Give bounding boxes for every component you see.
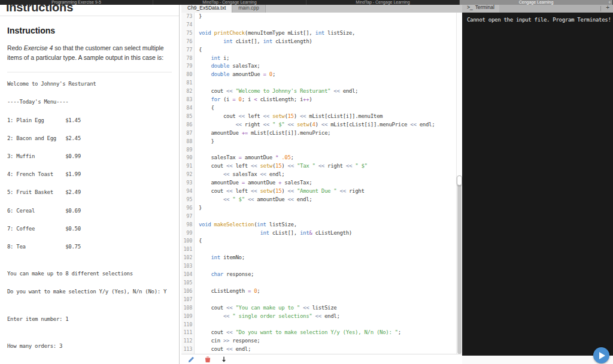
code-line[interactable]: 81: [181, 79, 456, 87]
terminal-tab[interactable]: >_ Terminal: [462, 5, 499, 13]
line-number: 79: [181, 62, 195, 71]
run-button[interactable]: [593, 347, 609, 363]
code-text: }: [195, 204, 202, 213]
code-line[interactable]: 101: [181, 245, 456, 254]
line-number: 75: [181, 29, 195, 38]
code-text: cout << left << setw(15) << "Tax " << ri…: [195, 162, 368, 171]
code-line[interactable]: 84 {: [181, 104, 456, 113]
code-line[interactable]: 97: [181, 213, 456, 221]
code-line[interactable]: 95 << " $" << amountDue << endl;: [181, 196, 456, 204]
line-number: 109: [181, 313, 195, 321]
code-line[interactable]: 86 << right << " $" << setw(4) << mList[…: [181, 121, 456, 129]
instructions-text: Redo Exercise 4 so that the customer can…: [7, 44, 174, 63]
code-text: cin >> response;: [195, 337, 260, 345]
code-line[interactable]: 92 << salesTax << endl;: [181, 171, 456, 179]
code-line[interactable]: 83 for (i = 0; i < cListLength; i++): [181, 96, 456, 104]
code-line[interactable]: 75void printCheck(menuItemType mList[], …: [181, 29, 456, 38]
browser-tab[interactable]: Programming Exercise 9-5: [0, 0, 153, 5]
instructions-panel: Instructions Instructions Redo Exercise …: [0, 5, 180, 364]
editor-file-tab[interactable]: Ch9_Ex5Data.txt: [181, 5, 232, 13]
terminal-tab-bar: >_ Terminal +: [462, 5, 613, 13]
download-arrow-icon[interactable]: [221, 356, 227, 363]
code-line[interactable]: 104 char response;: [181, 271, 456, 279]
code-line[interactable]: 113 cout << endl;: [181, 345, 456, 354]
code-text: [195, 79, 199, 87]
code-line[interactable]: 76 int cList[], int cListLength): [181, 38, 456, 46]
new-tab-icon[interactable]: +: [608, 0, 611, 5]
line-number: 94: [181, 187, 195, 196]
code-line[interactable]: 100{: [181, 237, 456, 245]
line-number: 103: [181, 262, 195, 271]
code-area[interactable]: 73}7475void printCheck(menuItemType mLis…: [181, 13, 456, 354]
edit-pencil-icon[interactable]: [188, 356, 195, 363]
editor-file-tab[interactable]: main.cpp: [232, 5, 266, 13]
code-text: [195, 296, 199, 304]
terminal-output[interactable]: Cannot open the input file. Program Term…: [462, 13, 613, 356]
code-text: [195, 146, 199, 154]
code-text: [195, 245, 199, 254]
browser-tab[interactable]: MindTap - Cengage Learning: [306, 0, 460, 5]
code-text: void printCheck(menuItemType mList[], in…: [195, 29, 355, 38]
line-number: 106: [181, 287, 195, 296]
line-number: 107: [181, 296, 195, 304]
code-text: [195, 321, 199, 329]
code-line[interactable]: 105: [181, 279, 456, 287]
code-line[interactable]: 87 amountDue += mList[cList[i]].menuPric…: [181, 129, 456, 138]
line-number: 84: [181, 104, 195, 113]
line-number: 87: [181, 129, 195, 138]
browser-tab[interactable]: MindTap - Cengage Learning: [153, 0, 306, 5]
line-number: 95: [181, 196, 195, 204]
code-line[interactable]: 79 double salesTax;: [181, 62, 456, 71]
delete-trash-icon[interactable]: [205, 356, 211, 363]
code-line[interactable]: 74: [181, 21, 456, 29]
code-line[interactable]: 108 cout << "You can make up to " << lis…: [181, 304, 456, 313]
code-text: void makeSelection(int listSize,: [195, 221, 297, 229]
terminal-tab-label: Terminal: [475, 5, 494, 13]
code-line[interactable]: 73}: [181, 13, 456, 21]
scrollbar-handle[interactable]: [457, 175, 462, 186]
line-number: 85: [181, 113, 195, 121]
editor-scrollbar[interactable]: [456, 13, 462, 354]
code-line[interactable]: 85 cout << left << setw(15) << mList[cLi…: [181, 113, 456, 121]
scrollbar-thumb[interactable]: [457, 180, 462, 354]
code-line[interactable]: 93 amountDue = amountDue + salesTax;: [181, 179, 456, 187]
line-number: 83: [181, 96, 195, 104]
code-line[interactable]: 94 cout << left << setw(15) << "Amount D…: [181, 187, 456, 196]
line-number: 89: [181, 146, 195, 154]
code-text: int cList[], int& cListLength): [195, 229, 352, 238]
code-line[interactable]: 88 }: [181, 138, 456, 146]
terminal-new-tab-icon[interactable]: +: [606, 5, 609, 11]
browser-tab[interactable]: Cengage Learning: [460, 0, 613, 5]
line-number: 93: [181, 179, 195, 187]
tab-divider: [600, 6, 601, 11]
code-line[interactable]: 99 int cList[], int& cListLength): [181, 229, 456, 238]
code-text: [195, 279, 199, 287]
code-line[interactable]: 77{: [181, 46, 456, 54]
code-line[interactable]: 78 int i;: [181, 54, 456, 63]
line-number: 77: [181, 46, 195, 54]
code-text: salesTax = amountDue * .05;: [195, 154, 294, 162]
line-number: 96: [181, 204, 195, 213]
code-line[interactable]: 103: [181, 262, 456, 271]
code-line[interactable]: 91 cout << left << setw(15) << "Tax " <<…: [181, 162, 456, 171]
code-line[interactable]: 110: [181, 321, 456, 329]
code-line[interactable]: 102 int itemNo;: [181, 254, 456, 262]
code-line[interactable]: 106 cListLength = 0;: [181, 287, 456, 296]
line-number: 90: [181, 154, 195, 162]
code-line[interactable]: 90 salesTax = amountDue * .05;: [181, 154, 456, 162]
code-editor: Ch9_Ex5Data.txtmain.cpp 73}7475void prin…: [181, 5, 462, 364]
code-line[interactable]: 107: [181, 296, 456, 304]
code-line[interactable]: 89: [181, 146, 456, 154]
file-tab-label: Ch9_Ex5Data.txt: [187, 5, 226, 11]
code-line[interactable]: 111 cout << "Do you want to make selecti…: [181, 329, 456, 337]
code-line[interactable]: 80 double amountDue = 0;: [181, 71, 456, 79]
code-line[interactable]: 109 << " single order selections" << end…: [181, 313, 456, 321]
code-line[interactable]: 96}: [181, 204, 456, 213]
code-text: cout << "Do you want to make selection Y…: [195, 329, 401, 337]
code-text: cout << "You can make up to " << listSiz…: [195, 304, 336, 313]
line-number: 86: [181, 121, 195, 129]
code-line[interactable]: 112 cin >> response;: [181, 337, 456, 345]
code-line[interactable]: 98void makeSelection(int listSize,: [181, 221, 456, 229]
code-line[interactable]: 82 cout << "Welcome to Johnny's Resturan…: [181, 87, 456, 96]
line-number: 92: [181, 171, 195, 179]
